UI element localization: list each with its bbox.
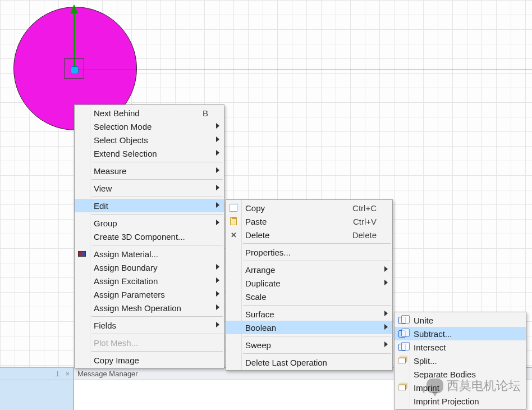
menu-item-view[interactable]: View (75, 181, 224, 195)
menu-item-label: Intersect (414, 343, 510, 352)
menu-item-shortcut: B (189, 108, 208, 118)
menu-item-duplicate[interactable]: Duplicate (226, 276, 392, 290)
menu-item-label: Imprint (414, 383, 510, 393)
menu-item-label: Extend Selection (94, 149, 208, 158)
menu-item-label: Selection Mode (94, 122, 208, 131)
menu-item-label: Sweep (245, 340, 377, 350)
menu-item-label: Plot Mesh... (94, 338, 208, 348)
menu-item-label: Edit (94, 201, 208, 211)
submenu-arrow-icon (384, 280, 388, 285)
menu-item-arrange[interactable]: Arrange (226, 263, 392, 276)
menu-item-next-behind[interactable]: Next Behind B (75, 106, 224, 120)
submenu-arrow-icon (216, 264, 219, 270)
menu-separator (91, 214, 223, 215)
menu-item-label: Fields (94, 321, 208, 330)
menu-item-assign-material[interactable]: Assign Material... (75, 247, 224, 261)
menu-item-measure[interactable]: Measure (75, 164, 224, 177)
menu-item-label: Create 3D Component... (94, 232, 208, 242)
menu-item-shortcut: Ctrl+V (340, 217, 377, 226)
menu-item-intersect[interactable]: Intersect (395, 340, 526, 354)
menu-item-assign-parameters[interactable]: Assign Parameters (75, 288, 224, 301)
menu-item-copy-image[interactable]: Copy Image (75, 353, 224, 367)
menu-item-fields[interactable]: Fields (75, 318, 224, 332)
menu-item-shortcut: Ctrl+C (339, 203, 377, 213)
menu-item-select-objects[interactable]: Select Objects (75, 133, 224, 147)
menu-separator (243, 353, 391, 354)
context-menu-main: Next Behind B Selection Mode Select Obje… (74, 104, 224, 368)
menu-item-group[interactable]: Group (75, 216, 224, 230)
menu-item-label: View (94, 184, 208, 193)
menu-item-label: Assign Boundary (94, 263, 208, 272)
menu-item-label: Paste (245, 217, 340, 226)
menu-item-assign-excitation[interactable]: Assign Excitation (75, 274, 224, 288)
menu-item-unite[interactable]: Unite (395, 313, 526, 327)
close-icon[interactable]: × (65, 370, 70, 378)
submenu-arrow-icon (216, 291, 219, 297)
submenu-arrow-icon (216, 123, 219, 129)
menu-item-label: Assign Parameters (94, 290, 208, 299)
menu-item-properties[interactable]: Properties... (226, 245, 392, 259)
menu-item-label: Scale (245, 292, 377, 302)
menu-separator (243, 336, 391, 336)
pin-icon[interactable]: ⊥ (54, 370, 61, 378)
menu-item-selection-mode[interactable]: Selection Mode (75, 120, 224, 133)
menu-item-label: Measure (94, 166, 208, 176)
origin-handle[interactable] (71, 66, 79, 74)
submenu-arrow-icon (216, 304, 219, 310)
menu-item-boolean[interactable]: Boolean (226, 321, 392, 334)
split-icon (397, 356, 406, 365)
menu-item-label: Properties... (245, 248, 377, 257)
intersect-icon (397, 343, 406, 352)
menu-separator (91, 179, 223, 180)
menu-item-surface[interactable]: Surface (226, 307, 392, 321)
menu-item-label: Delete Last Operation (245, 358, 377, 367)
menu-item-assign-boundary[interactable]: Assign Boundary (75, 261, 224, 274)
menu-item-delete-last-operation[interactable]: Delete Last Operation (226, 356, 392, 369)
menu-item-extend-selection[interactable]: Extend Selection (75, 147, 224, 160)
menu-item-sweep[interactable]: Sweep (226, 338, 392, 352)
menu-item-assign-mesh-operation[interactable]: Assign Mesh Operation (75, 301, 224, 315)
menu-item-separate-bodies[interactable]: Separate Bodies (395, 367, 526, 381)
menu-item-scale[interactable]: Scale (226, 290, 392, 303)
menu-separator (91, 162, 223, 162)
menu-item-label: Group (94, 218, 208, 228)
delete-icon: ✕ (229, 230, 238, 239)
menu-separator (91, 316, 223, 317)
menu-item-label: Assign Excitation (94, 276, 208, 286)
menu-separator (91, 351, 223, 352)
menu-item-copy[interactable]: Copy Ctrl+C (226, 201, 392, 215)
copy-icon (229, 203, 238, 212)
menu-item-imprint[interactable]: Imprint (395, 381, 526, 394)
menu-item-label: Unite (414, 316, 510, 325)
x-axis-line (74, 70, 532, 70)
submenu-arrow-icon (216, 322, 219, 327)
material-icon (77, 249, 86, 258)
submenu-arrow-icon (216, 136, 219, 142)
menu-item-create-3d-component[interactable]: Create 3D Component... (75, 230, 224, 243)
menu-item-label: Surface (245, 309, 377, 319)
menu-item-edit[interactable]: Edit (75, 199, 224, 212)
context-menu-boolean: Unite Subtract... Intersect Split... Sep… (394, 312, 526, 409)
menu-item-label: Separate Bodies (414, 370, 510, 379)
menu-item-shortcut: Delete (339, 230, 377, 240)
menu-separator (91, 334, 223, 334)
menu-item-label: Arrange (245, 265, 377, 275)
menu-item-label: Next Behind (94, 108, 189, 118)
menu-separator (243, 243, 391, 244)
menu-item-delete[interactable]: ✕ Delete Delete (226, 228, 392, 242)
menu-item-label: Duplicate (245, 279, 377, 288)
menu-item-split[interactable]: Split... (395, 354, 526, 367)
submenu-arrow-icon (216, 150, 219, 156)
menu-item-paste[interactable]: Paste Ctrl+V (226, 215, 392, 228)
submenu-arrow-icon (384, 266, 388, 272)
subtract-icon (397, 329, 406, 338)
menu-item-label: Split... (414, 356, 510, 366)
submenu-arrow-icon (384, 324, 388, 330)
menu-item-subtract[interactable]: Subtract... (395, 327, 526, 340)
menu-separator (91, 245, 223, 245)
menu-item-imprint-projection[interactable]: Imprint Projection (395, 394, 526, 408)
submenu-arrow-icon (384, 311, 388, 316)
submenu-arrow-icon (384, 341, 388, 347)
menu-separator (243, 305, 391, 306)
menu-item-label: Boolean (245, 323, 377, 332)
